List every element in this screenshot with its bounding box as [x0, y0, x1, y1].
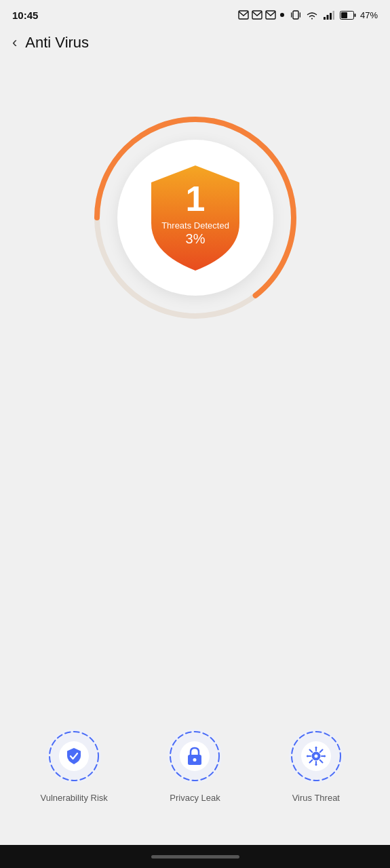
svg-rect-2 [266, 11, 275, 19]
mail-icon-1 [238, 10, 249, 20]
svg-rect-9 [332, 11, 334, 20]
privacy-label: Privacy Leak [170, 793, 220, 804]
mail-icon-3 [265, 10, 276, 20]
main-content: 1 Threats Detected 3% [0, 58, 390, 845]
privacy-leak-icon-wrap[interactable] [168, 729, 222, 783]
status-time: 10:45 [12, 9, 38, 21]
svg-rect-6 [324, 17, 326, 20]
vulnerability-risk-icon-wrap[interactable] [47, 729, 101, 783]
svg-rect-8 [330, 13, 332, 20]
shield-icon: 1 Threats Detected 3% [144, 162, 246, 274]
signal-icon [324, 10, 334, 20]
bottom-actions: Vulnerability Risk Privacy Leak [0, 729, 390, 804]
svg-rect-7 [326, 15, 328, 20]
svg-text:Threats Detected: Threats Detected [161, 220, 229, 231]
inner-circle: 1 Threats Detected 3% [117, 140, 273, 296]
vulnerability-risk-item[interactable]: Vulnerability Risk [14, 729, 134, 804]
svg-point-22 [292, 732, 340, 781]
svg-rect-12 [341, 12, 347, 18]
virus-dashed-ring [289, 729, 343, 783]
wifi-icon [306, 10, 318, 20]
vulnerability-label: Vulnerability Risk [41, 793, 108, 804]
nav-bar: ‹ Anti Virus [0, 27, 390, 58]
vibrate-icon [291, 9, 300, 21]
back-button[interactable]: ‹ [12, 35, 17, 50]
svg-text:3%: 3% [185, 231, 205, 246]
battery-icon [340, 11, 356, 20]
svg-point-18 [50, 732, 98, 781]
threat-indicator: 1 Threats Detected 3% [90, 113, 300, 323]
virus-threat-item[interactable]: Virus Threat [256, 729, 376, 804]
vulnerability-dashed-ring [47, 729, 101, 783]
svg-rect-0 [239, 11, 248, 19]
privacy-leak-item[interactable]: Privacy Leak [134, 729, 255, 804]
svg-rect-1 [252, 11, 262, 19]
svg-text:1: 1 [185, 179, 205, 218]
battery-percent: 47% [360, 10, 378, 20]
status-bar: 10:45 [0, 0, 390, 27]
privacy-dashed-ring [168, 729, 222, 783]
mail-icon-2 [252, 10, 262, 20]
notification-dot [280, 13, 284, 17]
svg-rect-11 [354, 14, 355, 17]
svg-rect-3 [293, 11, 298, 19]
home-indicator [0, 845, 390, 868]
virus-label: Virus Threat [292, 793, 340, 804]
home-bar [151, 855, 239, 859]
status-icons: 47% [238, 9, 378, 21]
svg-point-19 [170, 732, 219, 781]
virus-threat-icon-wrap[interactable] [289, 729, 343, 783]
page-title: Anti Virus [25, 34, 89, 52]
